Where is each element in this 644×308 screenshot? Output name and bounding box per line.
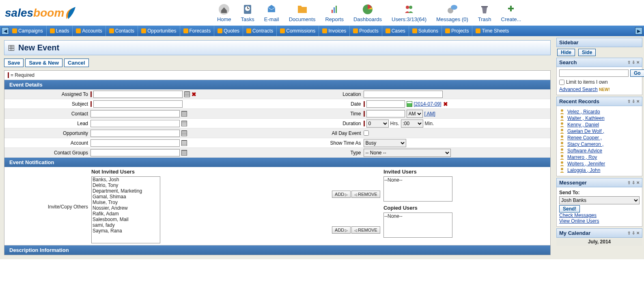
recent-record-link[interactable]: Marrero , Roy bbox=[567, 154, 597, 160]
toolbar-trash[interactable]: Trash bbox=[478, 3, 491, 22]
tab-invoices[interactable]: Invoices bbox=[319, 26, 349, 36]
tab-projects[interactable]: Projects bbox=[442, 26, 472, 36]
panel-close-icon[interactable]: ✕ bbox=[636, 60, 640, 65]
panel-up-icon[interactable]: ⇧ bbox=[627, 231, 631, 235]
remove-invited-button[interactable]: REMOVE bbox=[351, 191, 380, 198]
show-time-as-select[interactable]: Busy bbox=[364, 139, 406, 147]
recent-record-link[interactable]: Kenny , Daniel bbox=[567, 122, 599, 128]
panel-up-icon[interactable]: ⇧ bbox=[627, 180, 631, 185]
panel-down-icon[interactable]: ⇩ bbox=[632, 231, 635, 235]
date-input[interactable] bbox=[366, 100, 405, 108]
clear-icon[interactable]: ✖ bbox=[192, 91, 196, 98]
toolbar-dashboards[interactable]: Dashboards bbox=[353, 3, 382, 22]
lookup-icon[interactable] bbox=[181, 140, 187, 146]
subject-input[interactable] bbox=[93, 100, 183, 108]
recent-record-link[interactable]: Wolters , Jennifer bbox=[567, 161, 605, 167]
list-item[interactable]: Salesboom, Mail bbox=[92, 217, 160, 222]
date-today-link[interactable]: [2014-07-09] bbox=[414, 101, 442, 107]
list-item[interactable]: Sayma, Rana bbox=[92, 228, 160, 234]
lookup-icon[interactable] bbox=[181, 150, 187, 156]
time-input[interactable] bbox=[366, 110, 405, 117]
account-input[interactable] bbox=[90, 139, 180, 147]
list-item[interactable]: Banks, Josh bbox=[92, 177, 160, 182]
tab-contracts[interactable]: Contracts bbox=[243, 26, 276, 36]
list-item[interactable]: Rafik, Adam bbox=[92, 211, 160, 217]
panel-close-icon[interactable]: ✕ bbox=[636, 231, 640, 235]
lookup-icon[interactable] bbox=[184, 91, 190, 97]
duration-hours-select[interactable]: 0 bbox=[366, 119, 389, 128]
tab-contacts[interactable]: Contacts bbox=[106, 26, 138, 36]
recent-record-link[interactable]: Walter , Kathleen bbox=[567, 115, 605, 121]
invited-listbox[interactable]: --None-- bbox=[383, 176, 452, 202]
tab-solutions[interactable]: Solutions bbox=[409, 26, 442, 36]
tab-quotes[interactable]: Quotes bbox=[214, 26, 243, 36]
cancel-button[interactable]: Cancel bbox=[64, 59, 89, 67]
lookup-icon[interactable] bbox=[181, 130, 187, 136]
sidebar-search-input[interactable] bbox=[559, 69, 629, 77]
send-to-select[interactable]: Josh Banks bbox=[559, 196, 640, 204]
not-invited-listbox[interactable]: Banks, JoshDelrio, TonyDepartment, Marke… bbox=[91, 176, 160, 243]
remove-copied-button[interactable]: REMOVE bbox=[351, 226, 380, 234]
toolbar-reports[interactable]: Reports bbox=[325, 3, 344, 22]
panel-close-icon[interactable]: ✕ bbox=[636, 180, 640, 185]
recent-record-link[interactable]: Software Advice bbox=[567, 148, 602, 154]
panel-up-icon[interactable]: ⇧ bbox=[627, 60, 631, 65]
send-button[interactable]: Send! bbox=[559, 205, 580, 213]
clear-icon[interactable]: ✖ bbox=[443, 101, 448, 107]
recent-record-link[interactable]: Stacy Cameron , bbox=[567, 141, 603, 147]
tab-time-sheets[interactable]: Time Sheets bbox=[472, 26, 512, 36]
tab-forecasts[interactable]: Forecasts bbox=[180, 26, 214, 36]
add-copied-button[interactable]: ADD bbox=[332, 226, 351, 234]
panel-down-icon[interactable]: ⇩ bbox=[632, 180, 635, 185]
nav-scroll-left[interactable]: ◀ bbox=[2, 27, 9, 35]
contact-groups-input[interactable] bbox=[90, 149, 180, 156]
calendar-icon[interactable] bbox=[407, 101, 412, 107]
tab-accounts[interactable]: Accounts bbox=[72, 26, 105, 36]
toolbar-create[interactable]: Create... bbox=[501, 3, 521, 22]
list-item[interactable]: Department, Marketing bbox=[92, 188, 160, 194]
recent-record-link[interactable]: Laloggia , John bbox=[567, 167, 600, 173]
panel-down-icon[interactable]: ⇩ bbox=[632, 99, 635, 104]
location-input[interactable] bbox=[364, 91, 443, 98]
lead-input[interactable] bbox=[90, 120, 180, 127]
tab-opportunities[interactable]: Opportunities bbox=[138, 26, 179, 36]
toolbar-tasks[interactable]: Tasks bbox=[241, 3, 254, 22]
tab-products[interactable]: Products bbox=[349, 26, 381, 36]
add-invited-button[interactable]: ADD bbox=[332, 191, 351, 198]
toolbar-home[interactable]: Home bbox=[217, 3, 231, 22]
type-select[interactable]: -- None -- bbox=[364, 149, 451, 157]
save-new-button[interactable]: Save & New bbox=[25, 59, 62, 67]
toolbar-documents[interactable]: Documents bbox=[289, 3, 316, 22]
save-button[interactable]: Save bbox=[4, 59, 24, 67]
list-item[interactable]: sami, fady bbox=[92, 222, 160, 228]
panel-up-icon[interactable]: ⇧ bbox=[627, 99, 631, 104]
copied-listbox[interactable]: --None-- bbox=[383, 213, 452, 238]
check-messages-link[interactable]: Check Messages bbox=[559, 213, 597, 218]
list-item[interactable]: Gamal, Shimaa bbox=[92, 194, 160, 200]
view-online-users-link[interactable]: View Online Users bbox=[559, 218, 599, 224]
recent-record-link[interactable]: Renee Cooper , bbox=[567, 135, 602, 141]
lookup-icon[interactable] bbox=[181, 121, 187, 126]
panel-close-icon[interactable]: ✕ bbox=[636, 99, 640, 104]
panel-down-icon[interactable]: ⇩ bbox=[632, 60, 635, 65]
tab-leads[interactable]: Leads bbox=[46, 26, 73, 36]
nav-scroll-right[interactable]: ▶ bbox=[635, 27, 642, 35]
toolbar-messages[interactable]: Messages (0) bbox=[436, 3, 468, 22]
toolbar-users[interactable]: Users:3/13(64) bbox=[392, 3, 426, 22]
limit-items-checkbox[interactable] bbox=[559, 80, 564, 85]
list-item[interactable]: --None-- bbox=[384, 213, 452, 219]
time-now-link[interactable]: [ AM] bbox=[424, 111, 435, 117]
tab-campaigns[interactable]: Campaigns bbox=[9, 26, 46, 36]
sidebar-side-button[interactable]: Side bbox=[578, 49, 596, 56]
recent-record-link[interactable]: Velez , Ricardo bbox=[567, 109, 600, 115]
sidebar-go-button[interactable]: Go bbox=[630, 69, 644, 77]
toolbar-email[interactable]: E-mail bbox=[264, 3, 279, 22]
tab-commissions[interactable]: Commissions bbox=[276, 26, 319, 36]
list-item[interactable]: Muise, Troy bbox=[92, 200, 160, 205]
tab-cases[interactable]: Cases bbox=[382, 26, 409, 36]
sidebar-hide-button[interactable]: Hide bbox=[557, 49, 575, 56]
lookup-icon[interactable] bbox=[181, 111, 187, 117]
opportunity-input[interactable] bbox=[90, 130, 180, 137]
all-day-checkbox[interactable] bbox=[364, 130, 369, 136]
list-item[interactable]: --None-- bbox=[384, 177, 452, 183]
